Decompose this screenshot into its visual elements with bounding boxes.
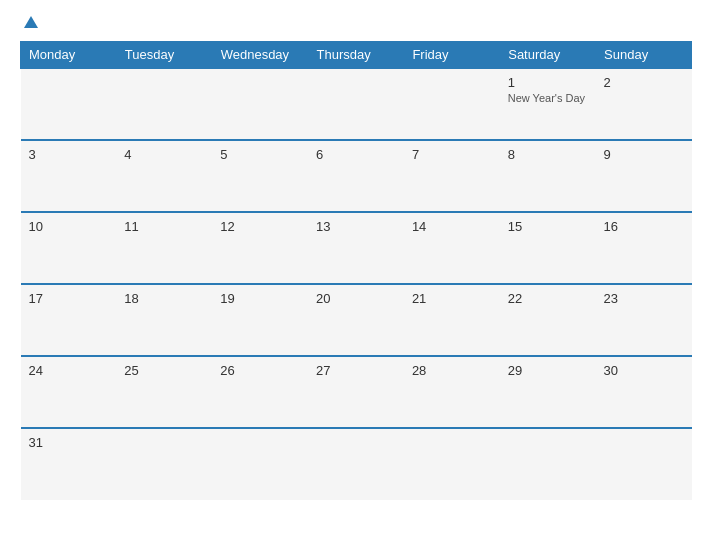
day-cell: 26 xyxy=(212,356,308,428)
day-number: 9 xyxy=(604,147,684,162)
day-number: 17 xyxy=(29,291,109,306)
day-number: 19 xyxy=(220,291,300,306)
day-cell: 30 xyxy=(596,356,692,428)
day-number: 15 xyxy=(508,219,588,234)
weekday-header-wednesday: Wednesday xyxy=(212,42,308,69)
day-number: 25 xyxy=(124,363,204,378)
day-number: 6 xyxy=(316,147,396,162)
calendar-grid: MondayTuesdayWednesdayThursdayFridaySatu… xyxy=(20,41,692,500)
day-cell: 31 xyxy=(21,428,117,500)
day-number: 24 xyxy=(29,363,109,378)
day-number: 29 xyxy=(508,363,588,378)
weekday-header-tuesday: Tuesday xyxy=(116,42,212,69)
weekday-header-sunday: Sunday xyxy=(596,42,692,69)
day-cell xyxy=(500,428,596,500)
day-cell xyxy=(404,428,500,500)
day-number: 21 xyxy=(412,291,492,306)
day-cell xyxy=(404,68,500,140)
day-cell: 10 xyxy=(21,212,117,284)
day-number: 8 xyxy=(508,147,588,162)
day-number: 11 xyxy=(124,219,204,234)
day-cell: 29 xyxy=(500,356,596,428)
day-cell: 1New Year's Day xyxy=(500,68,596,140)
day-number: 1 xyxy=(508,75,588,90)
logo-triangle-icon xyxy=(24,16,38,28)
day-cell: 21 xyxy=(404,284,500,356)
day-cell: 11 xyxy=(116,212,212,284)
day-number: 27 xyxy=(316,363,396,378)
day-cell xyxy=(212,68,308,140)
holiday-name: New Year's Day xyxy=(508,92,588,104)
day-cell: 4 xyxy=(116,140,212,212)
day-cell xyxy=(212,428,308,500)
day-cell: 20 xyxy=(308,284,404,356)
day-number: 4 xyxy=(124,147,204,162)
weekday-header-monday: Monday xyxy=(21,42,117,69)
day-cell xyxy=(596,428,692,500)
day-cell: 18 xyxy=(116,284,212,356)
day-cell: 22 xyxy=(500,284,596,356)
day-cell: 24 xyxy=(21,356,117,428)
day-cell xyxy=(116,428,212,500)
day-cell: 14 xyxy=(404,212,500,284)
day-number: 3 xyxy=(29,147,109,162)
logo xyxy=(20,16,38,29)
day-cell xyxy=(308,68,404,140)
weekday-header-friday: Friday xyxy=(404,42,500,69)
day-number: 7 xyxy=(412,147,492,162)
day-number: 28 xyxy=(412,363,492,378)
week-row-6: 31 xyxy=(21,428,692,500)
day-cell: 17 xyxy=(21,284,117,356)
day-cell: 28 xyxy=(404,356,500,428)
day-cell: 9 xyxy=(596,140,692,212)
day-number: 14 xyxy=(412,219,492,234)
day-number: 22 xyxy=(508,291,588,306)
day-cell: 25 xyxy=(116,356,212,428)
day-number: 18 xyxy=(124,291,204,306)
day-cell: 8 xyxy=(500,140,596,212)
day-number: 12 xyxy=(220,219,300,234)
day-cell: 16 xyxy=(596,212,692,284)
week-row-3: 10111213141516 xyxy=(21,212,692,284)
day-cell xyxy=(21,68,117,140)
week-row-5: 24252627282930 xyxy=(21,356,692,428)
day-number: 26 xyxy=(220,363,300,378)
day-cell: 13 xyxy=(308,212,404,284)
weekday-header-thursday: Thursday xyxy=(308,42,404,69)
day-number: 16 xyxy=(604,219,684,234)
day-number: 13 xyxy=(316,219,396,234)
day-cell: 5 xyxy=(212,140,308,212)
day-cell xyxy=(308,428,404,500)
day-cell: 2 xyxy=(596,68,692,140)
week-row-4: 17181920212223 xyxy=(21,284,692,356)
day-cell: 27 xyxy=(308,356,404,428)
day-cell: 7 xyxy=(404,140,500,212)
day-number: 2 xyxy=(604,75,684,90)
day-cell: 15 xyxy=(500,212,596,284)
day-cell: 23 xyxy=(596,284,692,356)
day-cell: 19 xyxy=(212,284,308,356)
day-number: 5 xyxy=(220,147,300,162)
day-cell xyxy=(116,68,212,140)
day-number: 23 xyxy=(604,291,684,306)
week-row-1: 1New Year's Day2 xyxy=(21,68,692,140)
day-number: 30 xyxy=(604,363,684,378)
weekday-header-saturday: Saturday xyxy=(500,42,596,69)
weekday-header-row: MondayTuesdayWednesdayThursdayFridaySatu… xyxy=(21,42,692,69)
day-number: 31 xyxy=(29,435,109,450)
calendar-header xyxy=(20,16,692,29)
week-row-2: 3456789 xyxy=(21,140,692,212)
day-number: 20 xyxy=(316,291,396,306)
day-cell: 6 xyxy=(308,140,404,212)
day-number: 10 xyxy=(29,219,109,234)
day-cell: 12 xyxy=(212,212,308,284)
day-cell: 3 xyxy=(21,140,117,212)
calendar-container: MondayTuesdayWednesdayThursdayFridaySatu… xyxy=(0,0,712,550)
